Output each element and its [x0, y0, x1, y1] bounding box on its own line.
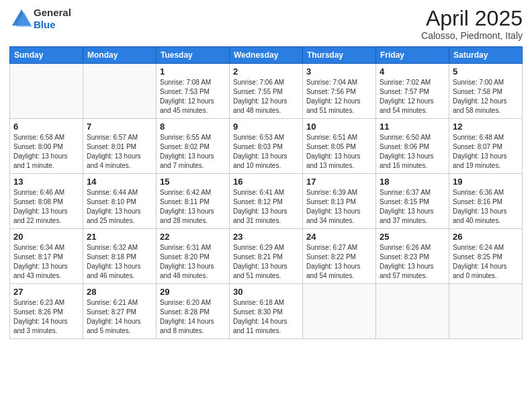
day-info: Sunrise: 6:23 AMSunset: 8:26 PMDaylight:…	[13, 298, 79, 336]
col-header-monday: Monday	[83, 47, 157, 64]
day-cell: 1Sunrise: 7:08 AMSunset: 7:53 PMDaylight…	[157, 64, 230, 119]
day-cell: 8Sunrise: 6:55 AMSunset: 8:02 PMDaylight…	[157, 119, 230, 174]
day-info: Sunrise: 7:04 AMSunset: 7:56 PMDaylight:…	[306, 78, 372, 116]
day-info: Sunrise: 6:18 AMSunset: 8:30 PMDaylight:…	[233, 298, 299, 336]
header-row: SundayMondayTuesdayWednesdayThursdayFrid…	[10, 47, 523, 64]
day-number: 11	[380, 122, 445, 132]
day-number: 17	[306, 177, 372, 187]
day-number: 28	[87, 287, 152, 297]
day-info: Sunrise: 6:50 AMSunset: 8:06 PMDaylight:…	[380, 133, 445, 171]
day-number: 16	[233, 177, 299, 187]
day-cell: 2Sunrise: 7:06 AMSunset: 7:55 PMDaylight…	[230, 64, 303, 119]
day-cell	[10, 64, 83, 119]
day-number: 10	[306, 122, 372, 132]
day-cell: 17Sunrise: 6:39 AMSunset: 8:13 PMDayligh…	[303, 174, 376, 229]
day-number: 13	[13, 177, 79, 187]
day-number: 22	[160, 232, 226, 242]
day-cell: 24Sunrise: 6:27 AMSunset: 8:22 PMDayligh…	[303, 229, 376, 284]
day-info: Sunrise: 6:46 AMSunset: 8:08 PMDaylight:…	[13, 188, 79, 226]
day-cell: 18Sunrise: 6:37 AMSunset: 8:15 PMDayligh…	[376, 174, 449, 229]
day-cell: 16Sunrise: 6:41 AMSunset: 8:12 PMDayligh…	[230, 174, 303, 229]
calendar-subtitle: Calosso, Piedmont, Italy	[421, 30, 523, 41]
day-cell: 9Sunrise: 6:53 AMSunset: 8:03 PMDaylight…	[230, 119, 303, 174]
day-info: Sunrise: 6:32 AMSunset: 8:18 PMDaylight:…	[87, 243, 152, 281]
day-number: 3	[306, 66, 372, 77]
day-info: Sunrise: 7:02 AMSunset: 7:57 PMDaylight:…	[380, 78, 445, 116]
day-cell: 3Sunrise: 7:04 AMSunset: 7:56 PMDaylight…	[303, 64, 376, 119]
day-info: Sunrise: 6:27 AMSunset: 8:22 PMDaylight:…	[306, 243, 372, 281]
logo: General Blue	[9, 7, 71, 31]
day-info: Sunrise: 6:21 AMSunset: 8:27 PMDaylight:…	[87, 298, 152, 336]
day-number: 12	[453, 122, 519, 132]
day-cell	[83, 64, 157, 119]
day-info: Sunrise: 7:06 AMSunset: 7:55 PMDaylight:…	[233, 78, 299, 116]
col-header-tuesday: Tuesday	[157, 47, 230, 64]
day-cell: 27Sunrise: 6:23 AMSunset: 8:26 PMDayligh…	[10, 284, 83, 339]
day-info: Sunrise: 6:55 AMSunset: 8:02 PMDaylight:…	[160, 133, 226, 171]
day-info: Sunrise: 6:36 AMSunset: 8:16 PMDaylight:…	[453, 188, 519, 226]
day-cell: 20Sunrise: 6:34 AMSunset: 8:17 PMDayligh…	[10, 229, 83, 284]
day-info: Sunrise: 7:00 AMSunset: 7:58 PMDaylight:…	[453, 78, 519, 116]
day-cell: 19Sunrise: 6:36 AMSunset: 8:16 PMDayligh…	[449, 174, 523, 229]
col-header-thursday: Thursday	[303, 47, 376, 64]
day-info: Sunrise: 6:39 AMSunset: 8:13 PMDaylight:…	[306, 188, 372, 226]
day-info: Sunrise: 6:57 AMSunset: 8:01 PMDaylight:…	[87, 133, 152, 171]
day-number: 25	[380, 232, 445, 242]
day-info: Sunrise: 6:48 AMSunset: 8:07 PMDaylight:…	[453, 133, 519, 171]
title-block: April 2025 Calosso, Piedmont, Italy	[421, 7, 523, 41]
calendar-table: SundayMondayTuesdayWednesdayThursdayFrid…	[9, 46, 523, 339]
day-cell	[376, 284, 449, 339]
day-number: 26	[453, 232, 519, 242]
header: General Blue April 2025 Calosso, Piedmon…	[9, 7, 523, 41]
day-cell: 14Sunrise: 6:44 AMSunset: 8:10 PMDayligh…	[83, 174, 157, 229]
day-number: 20	[13, 232, 79, 242]
week-row-5: 27Sunrise: 6:23 AMSunset: 8:26 PMDayligh…	[10, 284, 523, 339]
col-header-friday: Friday	[376, 47, 449, 64]
logo-general: General	[34, 7, 71, 19]
day-info: Sunrise: 6:53 AMSunset: 8:03 PMDaylight:…	[233, 133, 299, 171]
col-header-wednesday: Wednesday	[230, 47, 303, 64]
day-cell: 6Sunrise: 6:58 AMSunset: 8:00 PMDaylight…	[10, 119, 83, 174]
week-row-1: 1Sunrise: 7:08 AMSunset: 7:53 PMDaylight…	[10, 64, 523, 119]
day-number: 1	[160, 66, 226, 77]
day-number: 7	[87, 122, 152, 132]
day-info: Sunrise: 6:26 AMSunset: 8:23 PMDaylight:…	[380, 243, 445, 281]
day-info: Sunrise: 7:08 AMSunset: 7:53 PMDaylight:…	[160, 78, 226, 116]
day-cell: 11Sunrise: 6:50 AMSunset: 8:06 PMDayligh…	[376, 119, 449, 174]
day-info: Sunrise: 6:29 AMSunset: 8:21 PMDaylight:…	[233, 243, 299, 281]
day-number: 9	[233, 122, 299, 132]
day-number: 18	[380, 177, 445, 187]
day-cell: 10Sunrise: 6:51 AMSunset: 8:05 PMDayligh…	[303, 119, 376, 174]
day-cell: 26Sunrise: 6:24 AMSunset: 8:25 PMDayligh…	[449, 229, 523, 284]
day-number: 24	[306, 232, 372, 242]
calendar-title: April 2025	[421, 7, 523, 30]
day-cell	[449, 284, 523, 339]
day-info: Sunrise: 6:31 AMSunset: 8:20 PMDaylight:…	[160, 243, 226, 281]
logo-text: General Blue	[34, 7, 71, 31]
day-info: Sunrise: 6:34 AMSunset: 8:17 PMDaylight:…	[13, 243, 79, 281]
week-row-4: 20Sunrise: 6:34 AMSunset: 8:17 PMDayligh…	[10, 229, 523, 284]
col-header-sunday: Sunday	[10, 47, 83, 64]
day-cell: 25Sunrise: 6:26 AMSunset: 8:23 PMDayligh…	[376, 229, 449, 284]
day-info: Sunrise: 6:37 AMSunset: 8:15 PMDaylight:…	[380, 188, 445, 226]
day-number: 14	[87, 177, 152, 187]
day-number: 19	[453, 177, 519, 187]
day-cell: 29Sunrise: 6:20 AMSunset: 8:28 PMDayligh…	[157, 284, 230, 339]
logo-icon	[9, 7, 34, 31]
col-header-saturday: Saturday	[449, 47, 523, 64]
day-number: 2	[233, 66, 299, 77]
logo-blue: Blue	[34, 19, 71, 31]
day-cell: 28Sunrise: 6:21 AMSunset: 8:27 PMDayligh…	[83, 284, 157, 339]
day-cell: 23Sunrise: 6:29 AMSunset: 8:21 PMDayligh…	[230, 229, 303, 284]
day-number: 27	[13, 287, 79, 297]
day-number: 8	[160, 122, 226, 132]
day-number: 30	[233, 287, 299, 297]
day-info: Sunrise: 6:41 AMSunset: 8:12 PMDaylight:…	[233, 188, 299, 226]
day-cell: 21Sunrise: 6:32 AMSunset: 8:18 PMDayligh…	[83, 229, 157, 284]
day-number: 4	[380, 66, 445, 77]
page: General Blue April 2025 Calosso, Piedmon…	[0, 0, 532, 411]
day-number: 23	[233, 232, 299, 242]
day-number: 6	[13, 122, 79, 132]
day-cell: 7Sunrise: 6:57 AMSunset: 8:01 PMDaylight…	[83, 119, 157, 174]
day-info: Sunrise: 6:58 AMSunset: 8:00 PMDaylight:…	[13, 133, 79, 171]
